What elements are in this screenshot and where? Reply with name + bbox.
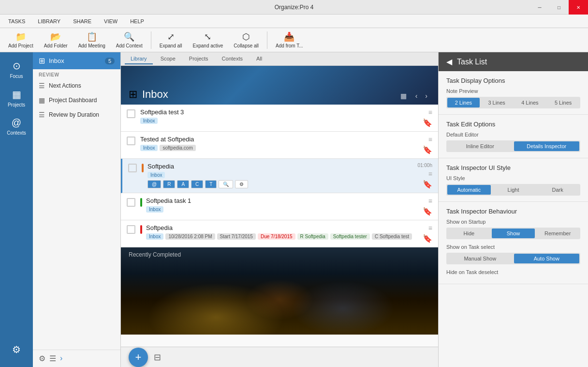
task-action-t[interactable]: T bbox=[205, 180, 217, 188]
nav-display-icon[interactable]: ☰ bbox=[49, 354, 56, 363]
add-context-label: Add Context bbox=[116, 43, 143, 48]
manual-show-btn[interactable]: Manual Show bbox=[447, 254, 513, 263]
task-menu-icon-2[interactable]: ≡ bbox=[428, 136, 432, 143]
ui-style-automatic[interactable]: Automatic bbox=[447, 185, 491, 195]
note-preview-btn-group: 2 Lines 3 Lines 4 Lines 5 Lines bbox=[446, 97, 580, 108]
note-preview-5lines[interactable]: 5 Lines bbox=[547, 98, 579, 107]
default-editor-title: Default Editor bbox=[446, 132, 580, 138]
collapse-all-button[interactable]: ⬡ Collapse all bbox=[229, 29, 263, 51]
tab-contexts[interactable]: Contexts bbox=[216, 54, 249, 64]
startup-remember-btn[interactable]: Remember bbox=[536, 229, 579, 238]
tab-projects[interactable]: Projects bbox=[183, 54, 214, 64]
sidebar-settings[interactable]: ⚙ bbox=[2, 340, 31, 361]
ui-style-light[interactable]: Light bbox=[492, 185, 535, 195]
tab-all[interactable]: All bbox=[250, 54, 268, 64]
sidebar-item-focus[interactable]: ⊙ Focus bbox=[2, 56, 31, 83]
task-checkbox-1[interactable] bbox=[127, 109, 135, 118]
task-checkbox-5[interactable] bbox=[127, 225, 135, 234]
review-duration-icon: ☰ bbox=[39, 111, 45, 119]
note-preview-4lines[interactable]: 4 Lines bbox=[514, 98, 546, 107]
table-row[interactable]: Softpedia Inbox 10/28/2016 2:08 PM Start… bbox=[121, 220, 438, 247]
add-meeting-icon: 📋 bbox=[87, 31, 97, 42]
add-from-t-button[interactable]: 📥 Add from T... bbox=[271, 29, 308, 51]
bookmark-icon-1[interactable]: 🔖 bbox=[423, 118, 432, 127]
sidebar-item-projects[interactable]: ▦ Projects bbox=[2, 85, 31, 111]
fab-add-button[interactable]: + bbox=[129, 348, 148, 367]
menu-help[interactable]: HELP bbox=[124, 16, 150, 27]
task-action-at[interactable]: @ bbox=[147, 180, 161, 188]
task-action-a[interactable]: A bbox=[177, 180, 189, 188]
task-right-2: ≡ 🔖 bbox=[423, 136, 432, 154]
task-list: Softpedia test 3 Inbox ≡ 🔖 Tested at Sof… bbox=[121, 105, 438, 347]
task-action-c[interactable]: C bbox=[191, 180, 203, 188]
nav-review-by-duration[interactable]: ☰ Review by Duration bbox=[33, 107, 120, 122]
sidebar-settings-icon: ⚙ bbox=[12, 344, 21, 355]
add-folder-button[interactable]: 📂 Add Folder bbox=[40, 29, 72, 51]
maximize-button[interactable]: □ bbox=[549, 0, 569, 15]
task-display-options-section: Task Display Options Note Preview 2 Line… bbox=[439, 71, 588, 115]
task-checkbox-2[interactable] bbox=[127, 137, 135, 145]
table-row[interactable]: Softpedia task 1 Inbox ≡ 🔖 bbox=[121, 193, 438, 220]
nav-project-dashboard[interactable]: ▦ Project Dashboard bbox=[33, 93, 120, 107]
add-project-button[interactable]: 📁 Add Project bbox=[4, 29, 38, 51]
tag-inbox-2: Inbox bbox=[140, 145, 158, 151]
next-arrow[interactable]: › bbox=[422, 91, 430, 101]
add-meeting-button[interactable]: 📋 Add Meeting bbox=[74, 29, 110, 51]
startup-show-btn[interactable]: Show bbox=[492, 229, 535, 238]
task-menu-icon-4[interactable]: ≡ bbox=[428, 197, 432, 205]
note-preview-3lines[interactable]: 3 Lines bbox=[481, 98, 513, 107]
default-editor-btn-group: Inline Editor Details Inspector bbox=[446, 140, 580, 152]
expand-all-button[interactable]: ⤢ Expand all bbox=[155, 29, 187, 51]
close-button[interactable]: ✕ bbox=[569, 0, 588, 15]
bookmark-icon-4[interactable]: 🔖 bbox=[423, 207, 432, 216]
ui-style-btn-group: Automatic Light Dark bbox=[446, 184, 580, 196]
nav-expand-icon[interactable]: › bbox=[60, 354, 62, 363]
task-menu-icon-1[interactable]: ≡ bbox=[428, 108, 432, 116]
task-menu-icon-5[interactable]: ≡ bbox=[428, 224, 432, 232]
task-action-search[interactable]: 🔍 bbox=[219, 180, 233, 188]
menu-view[interactable]: VIEW bbox=[98, 16, 124, 27]
tag-due: Due 7/18/2015 bbox=[258, 233, 295, 240]
auto-show-btn[interactable]: Auto Show bbox=[514, 254, 580, 263]
sidebar-item-contexts[interactable]: @ Contexts bbox=[2, 113, 31, 139]
prev-arrow[interactable]: ‹ bbox=[412, 91, 421, 101]
task-checkbox-3[interactable] bbox=[128, 164, 137, 172]
note-preview-title: Note Preview bbox=[446, 88, 580, 94]
table-row[interactable]: Tested at Softpedia Inbox softpedia.com … bbox=[121, 132, 438, 159]
recently-completed-section: Recently Completed bbox=[121, 247, 438, 335]
menu-library[interactable]: LIBRARY bbox=[31, 16, 67, 27]
task-action-gear[interactable]: ⚙ bbox=[235, 180, 248, 188]
nav-settings-icon[interactable]: ⚙ bbox=[39, 354, 45, 363]
add-meeting-label: Add Meeting bbox=[78, 43, 105, 48]
nav-bottom-bar: ⚙ ☰ › bbox=[33, 350, 120, 367]
nav-next-actions[interactable]: ☰ Next Actions bbox=[33, 78, 120, 93]
bottom-second-icon[interactable]: ⊟ bbox=[154, 352, 161, 363]
add-from-t-label: Add from T... bbox=[276, 43, 303, 48]
minimize-button[interactable]: ─ bbox=[530, 0, 549, 15]
tab-library[interactable]: Library bbox=[125, 54, 153, 64]
startup-hide-btn[interactable]: Hide bbox=[447, 229, 491, 238]
menu-tasks[interactable]: TASKS bbox=[2, 16, 31, 27]
add-context-button[interactable]: 🔍 Add Context bbox=[112, 29, 147, 51]
back-arrow-icon[interactable]: ◀ bbox=[446, 57, 452, 66]
grid-view-button[interactable]: ▦ bbox=[398, 91, 409, 101]
note-preview-2lines[interactable]: 2 Lines bbox=[447, 98, 480, 107]
tab-scope[interactable]: Scope bbox=[155, 54, 181, 64]
bookmark-icon-2[interactable]: 🔖 bbox=[423, 145, 432, 154]
bookmark-icon-3[interactable]: 🔖 bbox=[423, 180, 432, 189]
inline-editor-btn[interactable]: Inline Editor bbox=[447, 141, 513, 151]
inbox-icon: ⊞ bbox=[39, 56, 45, 65]
task-menu-icon-3[interactable]: ≡ bbox=[428, 170, 432, 178]
nav-inbox-item[interactable]: ⊞ Inbox 5 bbox=[33, 52, 120, 69]
menu-share[interactable]: SHARE bbox=[67, 16, 98, 27]
details-inspector-btn[interactable]: Details Inspector bbox=[514, 141, 580, 151]
table-row[interactable]: Softpedia test 3 Inbox ≡ 🔖 bbox=[121, 105, 438, 132]
table-row[interactable]: Softpedia Inbox @ R A C T 🔍 ⚙ 0 bbox=[121, 159, 438, 193]
tag-date: 10/28/2016 2:08 PM bbox=[165, 233, 215, 240]
ui-style-dark[interactable]: Dark bbox=[536, 185, 579, 195]
expand-active-button[interactable]: ⤡ Expand active bbox=[189, 29, 228, 51]
bookmark-icon-5[interactable]: 🔖 bbox=[423, 234, 432, 243]
task-action-r[interactable]: R bbox=[163, 180, 175, 188]
task-checkbox-4[interactable] bbox=[127, 198, 135, 207]
project-dashboard-label: Project Dashboard bbox=[49, 97, 97, 104]
